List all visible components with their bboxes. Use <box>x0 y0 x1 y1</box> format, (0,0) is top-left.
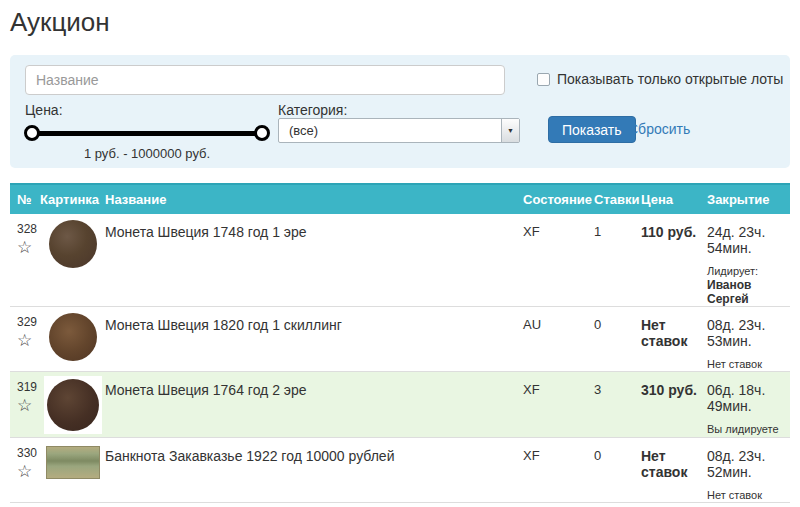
favorite-star-icon[interactable]: ☆ <box>17 463 40 480</box>
table-row[interactable]: 319 ☆ Монета Швеция 1764 год 2 эре XF 3 … <box>10 372 790 438</box>
favorite-star-icon[interactable]: ☆ <box>17 239 40 256</box>
header-bids: Ставки <box>588 184 637 214</box>
leader-label: Лидирует: <box>707 264 790 278</box>
lot-name: Монета Швеция 1764 год 2 эре <box>105 372 517 438</box>
coin-photo <box>47 379 99 431</box>
lot-number: 330 <box>17 446 37 460</box>
lot-price: 110 руб. <box>637 214 703 307</box>
category-select[interactable]: (все) ▼ <box>278 118 520 143</box>
lot-name: Облигация СССР 1927 год 25 рублей Госуда… <box>105 503 517 507</box>
coin-photo <box>49 220 97 268</box>
lot-price: Нет ставок <box>637 307 703 372</box>
chevron-down-icon: ▼ <box>507 127 514 134</box>
search-input[interactable] <box>25 65 505 95</box>
closing-time: 08д. 23ч. 53мин. <box>707 317 790 349</box>
lot-number: 329 <box>17 315 37 329</box>
lot-closing-cell: 08д. 23ч. 52мин. Нет ставок <box>703 438 790 503</box>
lot-bids: 1 <box>588 214 637 307</box>
closing-note: Лидирует: Иванов Сергей <box>707 264 790 306</box>
lot-number-cell: 319 ☆ <box>10 372 40 438</box>
closing-note: Вы лидируете <box>707 422 790 436</box>
lot-bids: 3 <box>588 372 637 438</box>
lot-number: 319 <box>17 380 37 394</box>
lot-condition: XF <box>517 438 588 503</box>
header-condition: Состояние <box>517 184 588 214</box>
lot-closing-cell: 24д. 23ч. 54мин. Лидирует: Иванов Сергей <box>703 214 790 307</box>
table-row[interactable]: 329 ☆ Монета Швеция 1820 год 1 скиллинг … <box>10 307 790 372</box>
lot-image-cell <box>40 214 105 307</box>
lot-bids: 0 <box>588 307 637 372</box>
lot-image-cell <box>40 438 105 503</box>
lot-condition: XF <box>517 372 588 438</box>
lot-number: 328 <box>17 222 37 236</box>
table-row[interactable]: 328 ☆ Монета Швеция 1748 год 1 эре XF 1 … <box>10 214 790 307</box>
price-label: Цена: <box>25 102 63 118</box>
closing-time: 06д. 18ч. 49мин. <box>707 382 790 414</box>
slider-track[interactable] <box>32 131 262 136</box>
open-lots-checkbox-row[interactable]: Показывать только открытые лоты <box>537 71 783 87</box>
price-range-slider[interactable]: 1 руб. - 1000000 руб. <box>32 125 262 161</box>
header-price: Цена <box>637 184 703 214</box>
lot-image-cell <box>40 503 105 507</box>
show-button[interactable]: Показать <box>548 116 636 143</box>
lot-bids: 0 <box>588 503 637 507</box>
open-lots-label: Показывать только открытые лоты <box>557 71 783 87</box>
lot-name: Банкнота Закавказье 1922 год 10000 рубле… <box>105 438 517 503</box>
lot-image-cell <box>40 372 105 438</box>
lot-bids: 0 <box>588 438 637 503</box>
filter-panel: Показывать только открытые лоты Цена: 1 … <box>10 55 790 168</box>
header-name: Название <box>105 184 517 214</box>
category-label: Категория: <box>278 102 347 118</box>
lot-condition: XF <box>517 214 588 307</box>
auction-page: Аукцион Показывать только открытые лоты … <box>0 6 800 507</box>
lot-number-cell: 328 ☆ <box>10 214 40 307</box>
page-title: Аукцион <box>10 6 790 38</box>
lot-name: Монета Швеция 1820 год 1 скиллинг <box>105 307 517 372</box>
slider-handle-max[interactable] <box>254 125 270 141</box>
lot-price: Нет ставок <box>637 503 703 507</box>
closing-note: Нет ставок <box>707 357 790 371</box>
lot-closing-cell: 08д. 23ч. 53мин. Нет ставок <box>703 307 790 372</box>
closing-time: 08д. 23ч. 52мин. <box>707 448 790 480</box>
lot-name: Монета Швеция 1748 год 1 эре <box>105 214 517 307</box>
lot-image-cell <box>40 307 105 372</box>
coin-photo <box>49 313 97 361</box>
category-selected-value: (все) <box>279 123 501 138</box>
table-header: № Картинка Название Состояние Ставки Цен… <box>10 184 790 214</box>
lot-condition: AU <box>517 503 588 507</box>
favorite-star-icon[interactable]: ☆ <box>17 397 40 414</box>
lot-price: Нет ставок <box>637 438 703 503</box>
header-image: Картинка <box>40 184 105 214</box>
slider-handle-min[interactable] <box>24 125 40 141</box>
favorite-star-icon[interactable]: ☆ <box>17 332 40 349</box>
select-arrow-button[interactable]: ▼ <box>501 119 519 142</box>
table-row[interactable]: 330 ☆ Банкнота Закавказье 1922 год 10000… <box>10 438 790 503</box>
header-num: № <box>10 184 40 214</box>
lot-price: 310 руб. <box>637 372 703 438</box>
leader-name: Иванов Сергей <box>707 278 790 306</box>
lots-table: № Картинка Название Состояние Ставки Цен… <box>10 183 790 507</box>
closing-time: 24д. 23ч. 54мин. <box>707 224 790 256</box>
lot-number-cell: 330 ☆ <box>10 438 40 503</box>
reset-link[interactable]: Сбросить <box>628 121 690 137</box>
lot-closing-cell: 12д. 00ч. 08мин. Нет ставок <box>703 503 790 507</box>
price-range-text: 1 руб. - 1000000 руб. <box>32 146 262 161</box>
lot-closing-cell: 06д. 18ч. 49мин. Вы лидируете <box>703 372 790 438</box>
lot-condition: AU <box>517 307 588 372</box>
lot-number-cell: 329 ☆ <box>10 307 40 372</box>
header-closing: Закрытие <box>703 184 790 214</box>
table-row[interactable]: 320 ☆ Облигация СССР 1927 год 25 рублей … <box>10 503 790 507</box>
lot-number-cell: 320 ☆ <box>10 503 40 507</box>
photo-frame <box>44 376 102 434</box>
closing-note: Нет ставок <box>707 488 790 502</box>
open-lots-checkbox[interactable] <box>537 73 550 86</box>
banknote-photo <box>46 446 100 479</box>
